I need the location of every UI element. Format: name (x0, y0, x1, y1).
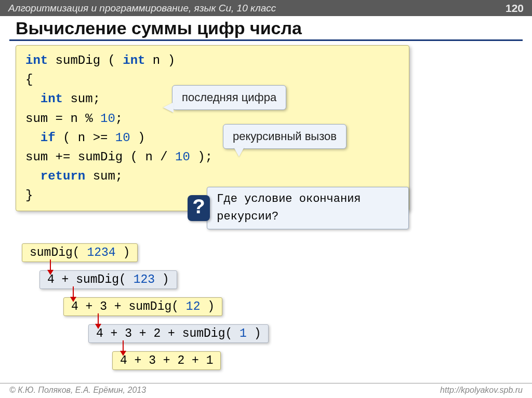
header-bar: Алгоритмизация и программирование, язык … (0, 0, 532, 16)
footer: © К.Ю. Поляков, Е.А. Ерёмин, 2013 http:/… (0, 383, 532, 398)
svg-marker-7 (120, 351, 126, 356)
callout-last-digit: последняя цифра (172, 85, 286, 110)
trace-step-3: 4 + 3 + 2 + sumDig( 1 ) (88, 324, 269, 343)
callout-recursive-call: рекурсивный вызов (223, 124, 347, 149)
title-rule (9, 39, 523, 41)
content-area: int sumDig ( int n ) { int sum; sum = n … (0, 45, 532, 211)
course-title: Алгоритмизация и программирование, язык … (8, 3, 276, 14)
trace-step-0: sumDig( 1234 ) (22, 243, 138, 262)
footer-copyright: © К.Ю. Поляков, Е.А. Ерёмин, 2013 (9, 386, 146, 395)
question-mark-icon: ? (188, 195, 210, 221)
footer-url: http://kpolyakov.spb.ru (440, 386, 523, 395)
trace-step-1: 4 + sumDig( 123 ) (39, 270, 177, 289)
code-block: int sumDig ( int n ) { int sum; sum = n … (16, 45, 409, 211)
question-text: Где условие окончания рекурсии? (207, 187, 409, 229)
arrow-icon (119, 340, 127, 356)
arrow-icon (47, 259, 54, 275)
page-number: 120 (506, 2, 524, 15)
page-title: Вычисление суммы цифр числа (0, 16, 532, 39)
svg-marker-1 (47, 270, 54, 275)
svg-marker-3 (70, 297, 76, 302)
svg-marker-5 (95, 324, 101, 329)
arrow-icon (70, 286, 77, 302)
trace-step-2: 4 + 3 + sumDig( 12 ) (63, 297, 222, 316)
arrow-icon (95, 313, 102, 329)
trace-step-4: 4 + 3 + 2 + 1 (112, 351, 221, 370)
question-row: ? Где условие окончания рекурсии? (188, 187, 409, 229)
